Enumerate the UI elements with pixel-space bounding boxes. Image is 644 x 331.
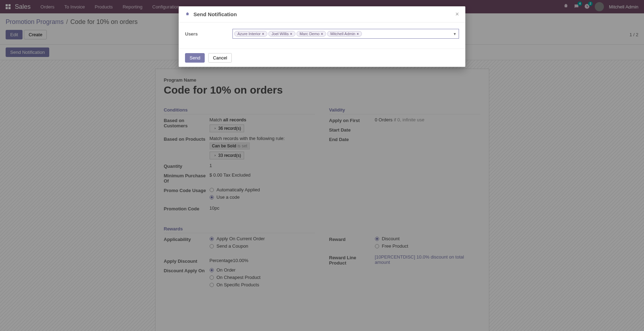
users-label: Users: [185, 31, 232, 37]
modal-title: Send Notification: [193, 11, 237, 17]
modal-close-button[interactable]: ×: [455, 11, 459, 18]
chip-mitchell: Mitchell Admin×: [327, 31, 362, 37]
users-text-input[interactable]: [363, 31, 457, 36]
chip-remove[interactable]: ×: [290, 32, 292, 36]
send-button[interactable]: Send: [185, 53, 205, 63]
chip-remove[interactable]: ×: [262, 32, 264, 36]
chip-joel: Joel Willis×: [268, 31, 295, 37]
modal-overlay[interactable]: Send Notification × Users Azure Interior…: [0, 0, 644, 331]
send-notification-modal: Send Notification × Users Azure Interior…: [179, 6, 465, 67]
users-input[interactable]: Azure Interior× Joel Willis× Marc Demo× …: [232, 29, 459, 39]
chip-remove[interactable]: ×: [321, 32, 323, 36]
chip-marc: Marc Demo×: [297, 31, 326, 37]
bug-icon: [185, 12, 190, 17]
chip-azure: Azure Interior×: [234, 31, 267, 37]
cancel-button[interactable]: Cancel: [208, 53, 231, 63]
chip-remove[interactable]: ×: [357, 32, 359, 36]
dropdown-caret-icon[interactable]: ▼: [453, 32, 457, 36]
